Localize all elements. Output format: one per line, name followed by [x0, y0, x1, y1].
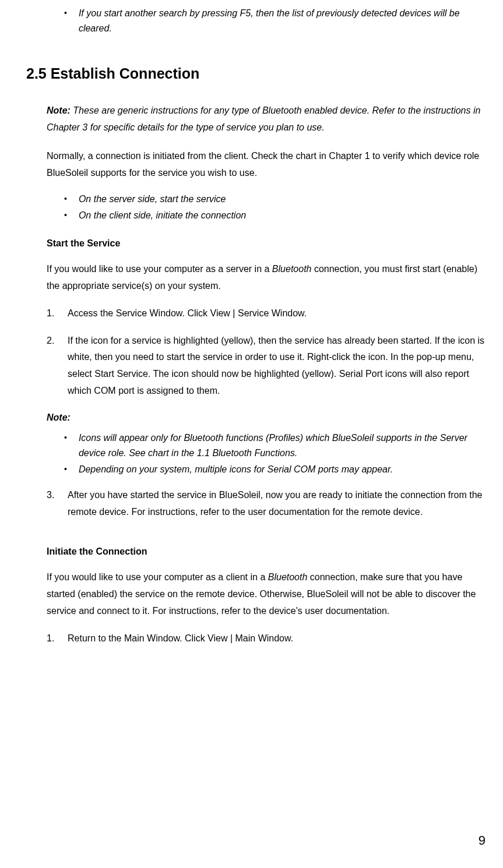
- step-number: 3.: [47, 487, 68, 521]
- step-text: Access the Service Window. Click View | …: [68, 305, 491, 322]
- italic-bluetooth: Bluetooth: [268, 572, 308, 582]
- sub-bullet-item: • On the client side, initiate the conne…: [64, 208, 491, 223]
- numbered-step: 1. Return to the Main Window. Click View…: [47, 630, 491, 647]
- note-label: Note:: [47, 105, 71, 115]
- top-bullet-text: If you start another search by pressing …: [79, 6, 491, 36]
- paragraph: If you would like to use your computer a…: [47, 569, 491, 619]
- top-bullet-item: • If you start another search by pressin…: [64, 6, 491, 36]
- note-block: Note:: [47, 410, 491, 425]
- step-text: If the icon for a service is highlighted…: [68, 333, 491, 400]
- step-number: 1.: [47, 630, 68, 647]
- numbered-step: 3. After you have started the service in…: [47, 487, 491, 521]
- sub-bullet-item: • On the server side, start the service: [64, 192, 491, 207]
- step-text: Return to the Main Window. Click View | …: [68, 630, 491, 647]
- note-bullet-item: • Depending on your system, multiple ico…: [64, 462, 491, 477]
- bullet-icon: •: [64, 192, 67, 207]
- text-pre: If you would like to use your computer a…: [47, 264, 272, 274]
- bullet-icon: •: [64, 6, 67, 36]
- step-text: After you have started the service in Bl…: [68, 487, 491, 521]
- note-text: These are generic instructions for any t…: [47, 105, 480, 132]
- note-bullet-text: Icons will appear only for Bluetooth fun…: [79, 431, 491, 460]
- numbered-step: 1. Access the Service Window. Click View…: [47, 305, 491, 322]
- paragraph: Normally, a connection is initiated from…: [47, 148, 491, 182]
- note-bullet-item: • Icons will appear only for Bluetooth f…: [64, 431, 491, 460]
- page-number: 9: [479, 830, 486, 851]
- paragraph: If you would like to use your computer a…: [47, 261, 491, 295]
- bullet-icon: •: [64, 431, 67, 460]
- text-pre: If you would like to use your computer a…: [47, 572, 268, 582]
- bullet-icon: •: [64, 208, 67, 223]
- note-bullet-text: Depending on your system, multiple icons…: [79, 462, 491, 477]
- initiate-connection-heading: Initiate the Connection: [47, 544, 491, 559]
- intro-note: Note: These are generic instructions for…: [47, 103, 491, 136]
- note-label: Note:: [47, 412, 71, 422]
- sub-bullet-text: On the client side, initiate the connect…: [79, 208, 491, 223]
- bullet-icon: •: [64, 462, 67, 477]
- sub-bullet-text: On the server side, start the service: [79, 192, 491, 207]
- section-heading: 2.5 Establish Connection: [26, 62, 491, 85]
- numbered-step: 2. If the icon for a service is highligh…: [47, 333, 491, 400]
- italic-bluetooth: Bluetooth: [272, 264, 312, 274]
- start-service-heading: Start the Service: [47, 236, 491, 251]
- step-number: 1.: [47, 305, 68, 322]
- step-number: 2.: [47, 333, 68, 400]
